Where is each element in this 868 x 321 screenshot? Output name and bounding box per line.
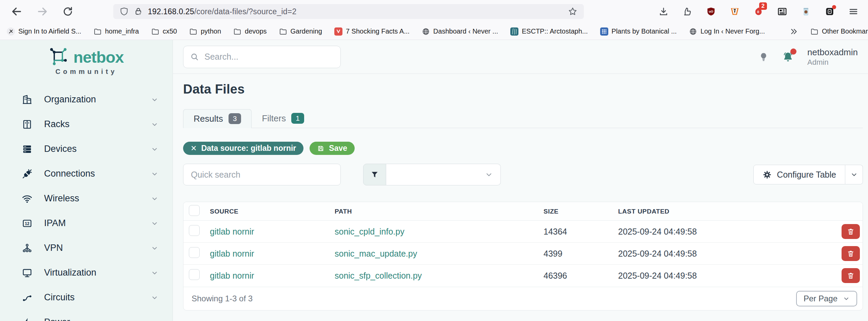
column-header-last-updated[interactable]: LAST UPDATED bbox=[611, 202, 830, 221]
size-cell: 4399 bbox=[537, 243, 611, 265]
bookmark-item[interactable]: python bbox=[189, 27, 221, 36]
ublock-extension-icon[interactable]: uO bbox=[706, 6, 716, 17]
bookmark-item[interactable]: ESCTP:: Arctostaph... bbox=[510, 27, 588, 36]
bookmark-item[interactable]: Dashboard ‹ Never ... bbox=[422, 27, 498, 36]
row-checkbox[interactable] bbox=[189, 247, 200, 258]
quick-search-input[interactable] bbox=[191, 170, 333, 180]
path-link[interactable]: sonic_sfp_collection.py bbox=[335, 271, 422, 280]
global-search-input[interactable] bbox=[204, 52, 334, 62]
red-badge-extension-icon[interactable]: 2 bbox=[753, 6, 764, 17]
global-search[interactable] bbox=[183, 46, 341, 68]
grid-favicon bbox=[600, 27, 608, 36]
globe-icon bbox=[422, 27, 430, 36]
data-files-table-card: SOURCE PATH SIZE LAST UPDATED gitlab nor… bbox=[183, 202, 863, 310]
column-header-size[interactable]: SIZE bbox=[537, 202, 611, 221]
tab-filters[interactable]: Filters 1 bbox=[252, 109, 314, 128]
configure-table-button[interactable]: Configure Table bbox=[753, 165, 845, 184]
bookmark-item[interactable]: Plants by Botanical ... bbox=[600, 27, 677, 36]
folder-icon bbox=[233, 27, 241, 36]
lock-warning-icon[interactable] bbox=[134, 7, 143, 16]
bookmarks-overflow-chevron[interactable] bbox=[789, 27, 798, 36]
filter-chip-data-source[interactable]: ✕ Data source: gitlab nornir bbox=[183, 142, 303, 155]
dark-app-extension-icon[interactable] bbox=[825, 6, 835, 17]
bookmark-item[interactable]: home_infra bbox=[94, 27, 139, 36]
sidebar-item-racks[interactable]: Racks bbox=[0, 112, 173, 137]
reload-icon[interactable] bbox=[62, 6, 73, 17]
devices-icon bbox=[21, 144, 33, 155]
delete-button[interactable] bbox=[842, 224, 860, 239]
sidebar-item-label: Power bbox=[44, 317, 70, 321]
filter-funnel-button[interactable] bbox=[363, 164, 386, 185]
source-link[interactable]: gitlab nornir bbox=[210, 227, 254, 236]
svg-text:uO: uO bbox=[709, 10, 713, 13]
jar-extension-icon[interactable] bbox=[801, 6, 811, 17]
delete-button[interactable] bbox=[842, 246, 860, 261]
notifications-bell-icon[interactable] bbox=[782, 51, 794, 63]
image-favicon bbox=[510, 27, 518, 36]
sidebar-item-organization[interactable]: Organization bbox=[0, 87, 173, 112]
save-label: Save bbox=[329, 144, 347, 153]
filter-value-select[interactable] bbox=[386, 164, 501, 185]
bookmark-item[interactable]: cx50 bbox=[151, 27, 177, 36]
globe-icon bbox=[689, 27, 697, 36]
path-link[interactable]: sonic_mac_update.py bbox=[335, 249, 417, 258]
bookmark-item[interactable]: 7 Shocking Facts A... bbox=[334, 27, 410, 36]
chevron-down-icon bbox=[151, 319, 158, 321]
bookmark-item[interactable]: devops bbox=[233, 27, 267, 36]
tab-bar: Results 3 Filters 1 bbox=[183, 109, 863, 128]
sidebar-item-virtualization[interactable]: Virtualization bbox=[0, 260, 173, 285]
netbox-logo[interactable]: netbox bbox=[0, 47, 173, 66]
quick-search[interactable] bbox=[183, 164, 341, 185]
back-icon[interactable] bbox=[11, 6, 22, 17]
source-link[interactable]: gitlab nornir bbox=[210, 271, 254, 280]
chevron-down-icon bbox=[151, 195, 158, 202]
source-link[interactable]: gitlab nornir bbox=[210, 249, 254, 258]
organization-icon bbox=[21, 94, 33, 105]
row-checkbox[interactable] bbox=[189, 269, 200, 280]
extension-notification-dot bbox=[832, 5, 836, 9]
folder-icon bbox=[279, 27, 287, 36]
sidebar-item-label: IPAM bbox=[44, 218, 66, 228]
configure-table-label: Configure Table bbox=[777, 170, 836, 180]
configure-table-caret[interactable] bbox=[845, 165, 863, 184]
sidebar-item-vpn[interactable]: VPN bbox=[0, 236, 173, 260]
bookmark-star-icon[interactable] bbox=[568, 6, 578, 17]
sidebar-item-connections[interactable]: Connections bbox=[0, 161, 173, 186]
chevron-down-icon bbox=[151, 294, 158, 301]
extension-thumb-icon[interactable] bbox=[682, 6, 692, 17]
row-checkbox[interactable] bbox=[189, 225, 200, 236]
select-all-checkbox[interactable] bbox=[189, 205, 200, 216]
column-header-path[interactable]: PATH bbox=[328, 202, 537, 221]
chevron-down-icon bbox=[151, 269, 158, 277]
forward-icon[interactable] bbox=[37, 6, 48, 17]
sidebar-item-label: Connections bbox=[44, 168, 95, 179]
url-bar[interactable]: 192.168.0.25/core/data-files/?source_id=… bbox=[113, 4, 584, 19]
menu-hamburger-icon[interactable] bbox=[848, 6, 859, 17]
sidebar-item-power[interactable]: Power bbox=[0, 310, 173, 321]
browser-toolbar: 192.168.0.25/core/data-files/?source_id=… bbox=[0, 0, 868, 23]
results-count-badge: 3 bbox=[229, 113, 241, 124]
remove-filter-icon[interactable]: ✕ bbox=[191, 144, 197, 153]
user-menu[interactable]: netboxadmin Admin bbox=[807, 47, 858, 67]
download-icon[interactable] bbox=[658, 6, 669, 17]
privacy-badger-extension-icon[interactable] bbox=[730, 6, 740, 17]
theme-bulb-icon[interactable] bbox=[758, 52, 769, 62]
sidebar-item-label: Virtualization bbox=[44, 267, 96, 278]
shield-icon[interactable] bbox=[119, 7, 129, 16]
save-filter-button[interactable]: Save bbox=[310, 142, 355, 155]
sidebar-item-devices[interactable]: Devices bbox=[0, 137, 173, 161]
newspaper-extension-icon[interactable] bbox=[777, 6, 787, 17]
per-page-select[interactable]: Per Page bbox=[796, 291, 857, 306]
delete-button[interactable] bbox=[842, 268, 860, 283]
column-header-source[interactable]: SOURCE bbox=[203, 202, 328, 221]
sidebar-item-wireless[interactable]: Wireless bbox=[0, 186, 173, 211]
bookmark-item-other-bookmarks[interactable]: Other Bookmarks bbox=[810, 27, 868, 36]
sidebar-item-circuits[interactable]: Circuits bbox=[0, 285, 173, 310]
bookmark-item[interactable]: Sign In to Airfield S... bbox=[7, 27, 81, 36]
netbox-wordmark: netbox bbox=[73, 48, 123, 66]
bookmark-item[interactable]: Gardening bbox=[279, 27, 322, 36]
sidebar-item-ipam[interactable]: 12 IPAM bbox=[0, 211, 173, 236]
tab-results[interactable]: Results 3 bbox=[183, 109, 252, 128]
path-link[interactable]: sonic_cpld_info.py bbox=[335, 227, 405, 236]
bookmark-item[interactable]: Log In ‹ Never Forg... bbox=[689, 27, 765, 36]
